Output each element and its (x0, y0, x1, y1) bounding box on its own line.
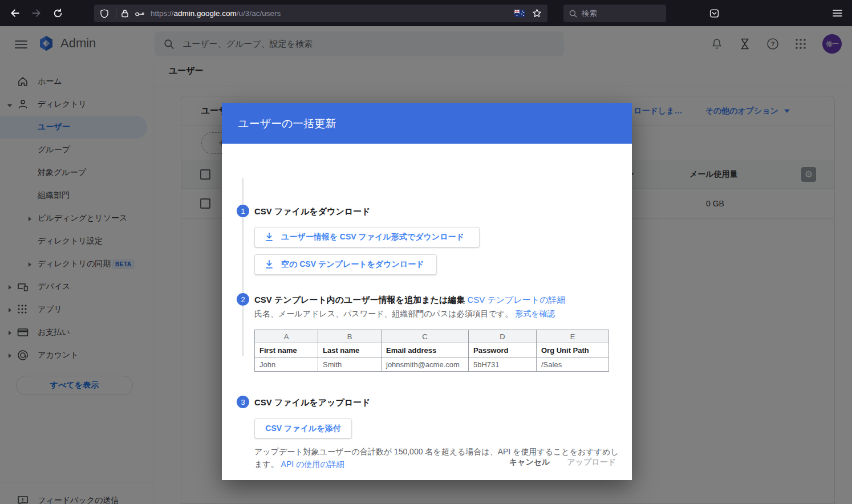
step-2-badge: 2 (237, 293, 249, 306)
step-1-badge: 1 (237, 205, 249, 217)
step-2-title: CSV テンプレート内のユーザー情報を追加または編集 CSV テンプレートの詳細 (254, 295, 566, 306)
download-users-csv-button[interactable]: ユーザー情報を CSV ファイル形式でダウンロード (254, 227, 480, 247)
field-value: Smith (318, 357, 382, 372)
step-3-title: CSV ファイルをアップロード (254, 397, 371, 408)
download-icon (264, 232, 274, 242)
field-header: Org Unit Path (537, 343, 609, 357)
download-icon (264, 259, 274, 270)
australia-flag-icon[interactable] (514, 10, 525, 17)
back-icon[interactable] (8, 6, 22, 20)
browser-search-placeholder: 検索 (582, 9, 597, 19)
divider (116, 9, 116, 18)
col-letter: E (537, 330, 609, 343)
csv-example-table: A B C D E First name Last name Email add… (254, 330, 609, 372)
col-letter: A (255, 330, 318, 343)
field-header: Last name (318, 343, 382, 357)
col-letter: C (382, 330, 469, 343)
col-letter: D (469, 330, 537, 343)
table-row: First name Last name Email address Passw… (255, 343, 609, 357)
lock-icon[interactable] (121, 9, 129, 18)
step-3-badge: 3 (237, 396, 249, 408)
bulk-update-users-dialog: ユーザーの一括更新 1 CSV ファイルをダウンロード ユーザー情報を CSV … (222, 103, 632, 480)
field-value: 5bH731 (469, 357, 537, 372)
forward-icon[interactable] (30, 6, 43, 20)
menu-icon[interactable] (830, 6, 844, 20)
attach-csv-button[interactable]: CSV ファイルを添付 (254, 418, 352, 438)
bookmark-star-icon[interactable] (532, 9, 542, 18)
table-row: John Smith johnsmith@acme.com 5bH731 /Sa… (255, 357, 609, 372)
field-header: First name (255, 343, 318, 357)
field-value: johnsmith@acme.com (382, 357, 469, 372)
browser-search-field[interactable]: 検索 (563, 5, 666, 22)
dialog-title: ユーザーの一括更新 (238, 116, 336, 131)
csv-template-details-link[interactable]: CSV テンプレートの詳細 (467, 295, 565, 304)
check-format-link[interactable]: 形式を確認 (515, 309, 555, 318)
url-bar[interactable]: https://admin.google.com/u/3/ac/users (94, 5, 547, 22)
upload-button[interactable]: アップロード (567, 457, 616, 468)
reload-icon[interactable] (51, 6, 64, 20)
table-row: A B C D E (255, 330, 609, 343)
field-value: John (255, 357, 318, 372)
step-1-title: CSV ファイルをダウンロード (254, 206, 371, 217)
url-text: https://admin.google.com/u/3/ac/users (151, 9, 514, 18)
download-template-csv-button[interactable]: 空の CSV テンプレートをダウンロード (254, 254, 437, 275)
field-header: Password (469, 343, 537, 357)
search-icon (569, 10, 577, 18)
shield-icon[interactable] (100, 9, 109, 18)
field-value: /Sales (537, 357, 609, 372)
cancel-button[interactable]: キャンセル (509, 457, 550, 468)
permissions-icon[interactable] (135, 10, 145, 18)
dialog-header: ユーザーの一括更新 (222, 103, 632, 144)
step-2-subtitle: 氏名、メールアドレス、パスワード、組織部門のパスは必須項目です。 形式を確認 (254, 309, 555, 319)
col-letter: B (318, 330, 382, 343)
field-header: Email address (382, 343, 469, 357)
pocket-icon[interactable] (707, 6, 721, 20)
browser-toolbar: https://admin.google.com/u/3/ac/users 検索 (0, 0, 852, 26)
